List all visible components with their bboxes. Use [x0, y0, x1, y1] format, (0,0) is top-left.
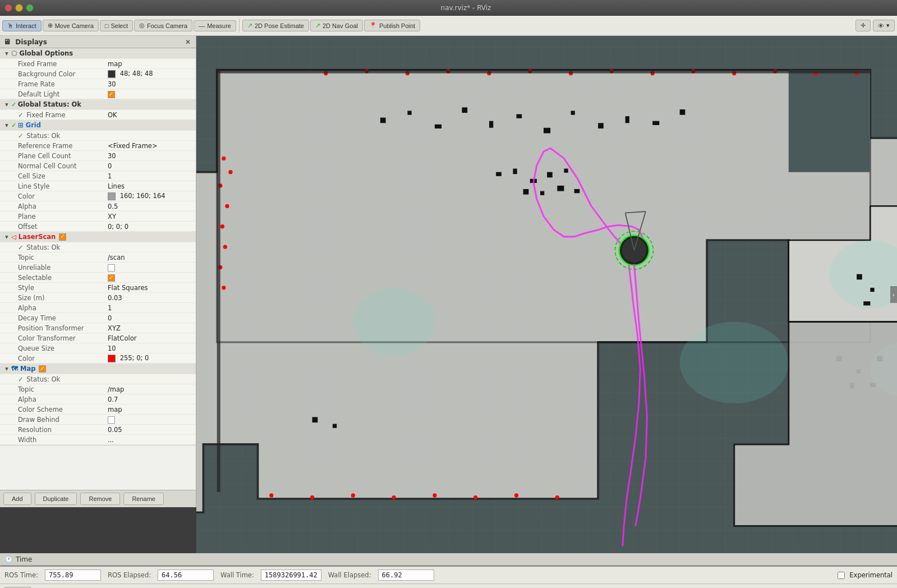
publish-point-button[interactable]: 📍 Publish Point	[364, 20, 420, 31]
map-resolution-label: Resolution	[16, 426, 105, 434]
laser-color-swatch[interactable]	[108, 355, 116, 362]
reference-frame-label: Reference Frame	[16, 142, 105, 150]
grid-plane-label: Plane	[16, 213, 105, 220]
ros-elapsed-value[interactable]: 64.56	[158, 569, 214, 581]
expand-icon[interactable]: ▾	[2, 233, 11, 241]
eye-icon: 👁	[878, 22, 884, 29]
laser-selectable-checkbox[interactable]	[105, 274, 196, 282]
map-topic-label: Topic	[16, 385, 105, 393]
map-checkbox[interactable]	[39, 365, 46, 373]
minimize-button[interactable]	[15, 4, 23, 12]
svg-rect-21	[523, 189, 529, 195]
arrow-green-icon: ↗	[247, 22, 252, 29]
background-color-swatch[interactable]	[108, 70, 116, 78]
laser-topic-value[interactable]: /scan	[105, 254, 196, 261]
measure-button[interactable]: — Measure	[194, 20, 236, 31]
laser-queue-size-value[interactable]: 10	[105, 344, 196, 352]
svg-point-26	[228, 170, 232, 174]
duplicate-button[interactable]: Duplicate	[35, 493, 77, 505]
normal-cell-count-value[interactable]: 0	[105, 162, 196, 170]
move-camera-button[interactable]: ⊕ Move Camera	[43, 20, 99, 31]
map-alpha-value[interactable]: 0.7	[105, 396, 196, 403]
laser-size-row: Size (m) 0.03	[0, 293, 196, 303]
displays-tree[interactable]: ▾ ⬡ Global Options Fixed Frame map Backg…	[0, 48, 196, 445]
laser-topic-label: Topic	[16, 254, 105, 261]
nav-goal-button[interactable]: ↗ 2D Nav Goal	[310, 20, 363, 31]
expand-icon[interactable]: ▾	[2, 100, 11, 108]
laser-scan-header[interactable]: ▾ ◁ LaserScan	[0, 232, 196, 242]
expand-icon[interactable]: ▾	[2, 365, 11, 373]
wall-time-value[interactable]: 1589326991.42	[261, 569, 321, 581]
reference-frame-value[interactable]: <Fixed Frame>	[105, 142, 196, 150]
expand-icon[interactable]: ▾	[2, 49, 11, 57]
laser-checkbox[interactable]	[59, 233, 66, 241]
select-button[interactable]: □ Select	[100, 20, 133, 31]
axes-button[interactable]: ✛	[855, 20, 871, 31]
grid-alpha-value[interactable]: 0.5	[105, 203, 196, 210]
grid-plane-row: Plane XY	[0, 212, 196, 222]
svg-point-28	[225, 204, 229, 208]
ros-time-value[interactable]: 755.89	[45, 569, 101, 581]
laser-unreliable-checkbox[interactable]	[105, 264, 196, 272]
grid-offset-value[interactable]: 0; 0; 0	[105, 223, 196, 231]
default-light-checkbox[interactable]	[105, 90, 196, 98]
laser-size-value[interactable]: 0.03	[105, 294, 196, 302]
line-style-row: Line Style Lines	[0, 181, 196, 191]
displays-close-button[interactable]: ✕	[183, 38, 192, 46]
interact-button[interactable]: 🖱 Interact	[2, 20, 42, 31]
laser-color-transformer-label: Color Transformer	[16, 334, 105, 342]
expand-icon[interactable]: ▾	[2, 121, 11, 129]
map-topic-value[interactable]: /map	[105, 385, 196, 393]
remove-button[interactable]: Remove	[80, 493, 120, 505]
viewport[interactable]: ›	[196, 36, 897, 553]
add-button[interactable]: Add	[3, 493, 31, 505]
pose-estimate-button[interactable]: ↗ 2D Pose Estimate	[242, 20, 309, 31]
laser-decay-time-value[interactable]: 0	[105, 314, 196, 322]
laser-size-label: Size (m)	[16, 294, 105, 302]
global-fixed-frame-label: ✓ Fixed Frame	[16, 111, 105, 119]
map-color-scheme-value[interactable]: map	[105, 406, 196, 414]
svg-rect-9	[517, 114, 522, 118]
grid-label: Grid	[26, 121, 41, 129]
wall-elapsed-value[interactable]: 66.92	[378, 569, 434, 581]
laser-color-transformer-value[interactable]: FlatColor	[105, 334, 196, 342]
global-options-header[interactable]: ▾ ⬡ Global Options	[0, 48, 196, 59]
grid-color-value[interactable]: 160; 160; 164	[105, 192, 196, 200]
laser-icon: ◁	[11, 233, 16, 241]
focus-camera-button[interactable]: ◎ Focus Camera	[134, 20, 192, 31]
view-dropdown[interactable]: 👁 ▾	[873, 20, 895, 31]
laser-alpha-value[interactable]: 1	[105, 304, 196, 312]
timebar: ROS Time: 755.89 ROS Elapsed: 64.56 Wall…	[0, 566, 897, 584]
background-color-value[interactable]: 48; 48; 48	[105, 70, 196, 78]
laser-style-value[interactable]: Flat Squares	[105, 284, 196, 292]
laser-unreliable-row: Unreliable	[0, 263, 196, 273]
laser-queue-size-label: Queue Size	[16, 344, 105, 352]
grid-plane-value[interactable]: XY	[105, 213, 196, 220]
map-header[interactable]: ▾ 🗺 Map	[0, 364, 196, 374]
laser-position-transformer-value[interactable]: XYZ	[105, 324, 196, 332]
svg-rect-5	[407, 111, 411, 114]
grid-header[interactable]: ▾ ✓ ⊞ Grid	[0, 120, 196, 131]
svg-point-50	[392, 495, 396, 499]
close-button[interactable]	[4, 4, 12, 12]
ok-check-icon: ✓	[18, 111, 24, 119]
map-draw-behind-checkbox[interactable]	[105, 416, 196, 424]
frame-rate-value[interactable]: 30	[105, 80, 196, 88]
cell-size-label: Cell Size	[16, 172, 105, 180]
maximize-button[interactable]	[26, 4, 34, 12]
focus-icon: ◎	[139, 22, 145, 29]
plane-cell-count-value[interactable]: 30	[105, 152, 196, 160]
laser-color-label: Color	[16, 355, 105, 362]
default-light-check[interactable]	[108, 91, 115, 98]
line-style-value[interactable]: Lines	[105, 182, 196, 190]
rename-button[interactable]: Rename	[123, 493, 164, 505]
experimental-checkbox[interactable]	[838, 572, 845, 579]
grid-color-swatch[interactable]	[108, 192, 116, 200]
reference-frame-row: Reference Frame <Fixed Frame>	[0, 141, 196, 151]
laser-color-value[interactable]: 255; 0; 0	[105, 354, 196, 362]
fixed-frame-value[interactable]: map	[105, 60, 196, 68]
svg-rect-77	[217, 70, 220, 492]
global-status-header[interactable]: ▾ ✓ Global Status: Ok	[0, 99, 196, 110]
collapse-right-button[interactable]: ›	[890, 286, 897, 303]
cell-size-value[interactable]: 1	[105, 172, 196, 180]
